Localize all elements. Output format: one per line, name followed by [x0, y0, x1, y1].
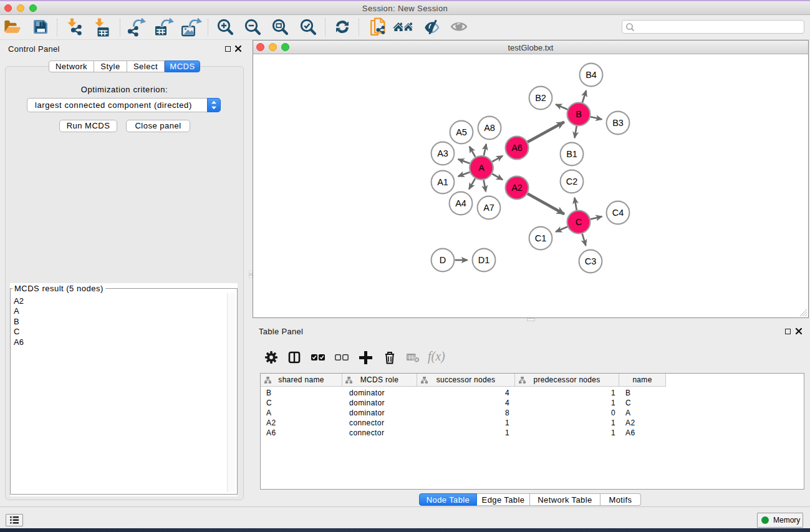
- svg-text:A6: A6: [511, 143, 523, 153]
- svg-text:A2: A2: [511, 183, 523, 193]
- svg-text:A4: A4: [455, 198, 466, 208]
- svg-text:C2: C2: [566, 177, 578, 186]
- svg-text:A: A: [478, 163, 485, 173]
- svg-text:D1: D1: [478, 255, 490, 265]
- svg-text:B3: B3: [612, 118, 624, 128]
- svg-text:C4: C4: [612, 208, 624, 218]
- svg-text:A5: A5: [456, 127, 467, 137]
- svg-text:A3: A3: [437, 148, 448, 158]
- svg-text:A7: A7: [483, 203, 494, 213]
- svg-text:D: D: [440, 255, 446, 265]
- svg-text:B: B: [576, 109, 582, 119]
- svg-text:B4: B4: [586, 70, 597, 80]
- svg-text:B2: B2: [535, 93, 546, 103]
- svg-text:B1: B1: [566, 149, 577, 159]
- svg-text:C: C: [576, 217, 582, 227]
- svg-text:C1: C1: [535, 233, 547, 243]
- svg-text:C3: C3: [585, 256, 597, 266]
- svg-text:A1: A1: [437, 177, 448, 187]
- svg-text:A8: A8: [484, 123, 495, 133]
